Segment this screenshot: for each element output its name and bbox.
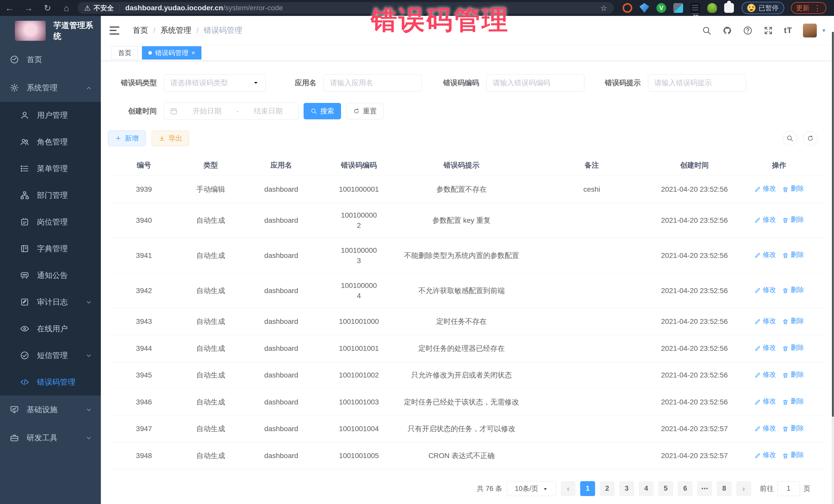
sidebar-item-dicts[interactable]: 字典管理: [0, 235, 101, 262]
edit-row-button[interactable]: 修改: [754, 285, 776, 295]
breadcrumb-home[interactable]: 首页: [133, 25, 148, 36]
pagination-prev-button[interactable]: ‹: [561, 481, 576, 496]
browser-refresh-icon[interactable]: ↻: [38, 3, 57, 13]
github-icon[interactable]: [722, 26, 732, 36]
browser-update-button[interactable]: 更新 ⋮: [791, 2, 826, 14]
fullscreen-icon[interactable]: [764, 26, 773, 36]
sidebar-item-home[interactable]: 首页: [0, 45, 101, 74]
delete-row-button[interactable]: 删除: [782, 342, 804, 353]
error-type-select[interactable]: 请选择错误码类型: [164, 74, 266, 92]
extensions-puzzle-icon[interactable]: [724, 3, 734, 13]
tag-home[interactable]: 首页: [112, 46, 138, 60]
extension-v-icon[interactable]: V: [656, 3, 666, 13]
pagination-page-3[interactable]: 3: [619, 481, 634, 496]
sidebar-item-users[interactable]: 用户管理: [0, 102, 101, 129]
create-time-range-picker[interactable]: 开始日期 - 结束日期: [164, 103, 299, 120]
extension-squares-icon[interactable]: [673, 3, 683, 13]
breadcrumb-system[interactable]: 系统管理: [160, 25, 191, 36]
page-scrollbar-track[interactable]: [832, 32, 834, 504]
delete-row-button[interactable]: 删除: [782, 316, 804, 326]
table-cell: 2021-04-20 23:52:57: [657, 442, 731, 469]
tag-error-code-active[interactable]: 错误码管理 ×: [142, 46, 201, 60]
edit-row-button[interactable]: 修改: [754, 342, 776, 353]
table-cell: dashboard: [241, 238, 321, 273]
table-cell: 只有开启状态的任务，才可以修改: [397, 415, 526, 442]
profile-paused-badge[interactable]: 已暂停: [742, 2, 784, 14]
page-size-select[interactable]: 10条/页: [507, 481, 556, 496]
tag-close-icon[interactable]: ×: [192, 50, 195, 56]
extension-gem-icon[interactable]: [639, 3, 649, 13]
delete-row-button[interactable]: 删除: [782, 396, 804, 406]
delete-row-button[interactable]: 删除: [782, 214, 804, 224]
sidebar-item-error-code[interactable]: 错误码管理: [0, 369, 101, 395]
search-button[interactable]: 搜索: [304, 103, 341, 119]
browser-home-icon[interactable]: ⌂: [57, 3, 76, 13]
delete-row-button[interactable]: 删除: [782, 249, 804, 260]
sidebar-item-system[interactable]: 系统管理: [0, 74, 101, 102]
edit-row-button[interactable]: 修改: [754, 396, 776, 406]
edit-row-button[interactable]: 修改: [754, 369, 776, 379]
goto-page-input[interactable]: [777, 481, 800, 496]
error-hint-input[interactable]: [648, 74, 746, 92]
pagination-page-4[interactable]: 4: [639, 481, 654, 496]
delete-row-button[interactable]: 删除: [782, 450, 804, 460]
pagination-ellipsis[interactable]: ⋯: [697, 481, 712, 496]
pagination-next-button[interactable]: ›: [736, 481, 751, 496]
edit-row-button[interactable]: 修改: [754, 249, 776, 260]
search-icon[interactable]: [702, 26, 711, 36]
browser-address-bar[interactable]: ⚠ 不安全 dashboard.yudao.iocoder.cn /system…: [78, 2, 614, 14]
extension-ring-icon[interactable]: [622, 3, 632, 13]
add-button[interactable]: 新增: [108, 131, 146, 146]
sidebar-item-online-users[interactable]: 在线用户: [0, 315, 101, 342]
pagination-page-8[interactable]: 8: [717, 481, 731, 496]
pagination-page-2[interactable]: 2: [600, 481, 615, 496]
table-cell: dashboard: [241, 308, 321, 335]
extension-switch-icon[interactable]: on: [690, 3, 700, 13]
sidebar-item-posts[interactable]: 岗位管理: [0, 209, 101, 235]
pagination-page-1[interactable]: 1: [580, 481, 595, 496]
delete-row-button[interactable]: 删除: [782, 183, 804, 194]
pagination-page-5[interactable]: 5: [658, 481, 673, 496]
edit-icon: [754, 398, 761, 404]
error-code-input[interactable]: [486, 74, 584, 92]
avatar-caret-down-icon[interactable]: ▾: [822, 27, 825, 34]
toggle-search-button[interactable]: [783, 131, 797, 146]
edit-row-button[interactable]: 修改: [754, 423, 776, 433]
sidebar-item-label: 首页: [27, 54, 42, 65]
refresh-table-button[interactable]: [803, 131, 817, 146]
sidebar-item-menus[interactable]: 菜单管理: [0, 155, 101, 182]
edit-row-button[interactable]: 修改: [754, 214, 776, 224]
help-question-icon[interactable]: [743, 26, 753, 36]
edit-row-button[interactable]: 修改: [754, 183, 776, 194]
reset-button[interactable]: 重置: [346, 103, 383, 119]
pagination-page-6[interactable]: 6: [678, 481, 693, 496]
user-avatar[interactable]: [803, 24, 817, 38]
delete-row-button[interactable]: 删除: [782, 285, 804, 295]
bookmark-star-icon[interactable]: ☆: [600, 4, 607, 13]
browser-forward-icon[interactable]: →: [19, 3, 38, 13]
font-size-icon[interactable]: tT: [784, 26, 792, 35]
table-cell: 3941: [108, 238, 180, 273]
sidebar-item-label: 菜单管理: [37, 163, 68, 174]
table-cell: 只允许修改为开启或者关闭状态: [397, 362, 526, 389]
delete-row-button[interactable]: 删除: [782, 369, 804, 379]
sidebar-item-infra[interactable]: 基础设施: [0, 395, 101, 424]
export-button[interactable]: 导出: [152, 131, 189, 146]
app-name-input[interactable]: [324, 74, 422, 92]
app-logo-row[interactable]: 芋道管理系统: [0, 16, 101, 45]
browser-menu-dots-icon[interactable]: ⋮: [813, 4, 821, 13]
trash-icon: [782, 216, 789, 222]
edit-row-button[interactable]: 修改: [754, 450, 776, 460]
sidebar-item-audit-log[interactable]: 审计日志: [0, 289, 101, 315]
sidebar-item-dev-tools[interactable]: 研发工具: [0, 424, 101, 452]
sidebar-item-roles[interactable]: 角色管理: [0, 129, 101, 155]
hamburger-icon[interactable]: [110, 26, 119, 35]
edit-row-button[interactable]: 修改: [754, 316, 776, 326]
extension-key-icon[interactable]: [707, 3, 717, 13]
sidebar-item-notice[interactable]: 通知公告: [0, 262, 101, 289]
sidebar-item-depts[interactable]: 部门管理: [0, 182, 101, 209]
page-scrollbar-thumb[interactable]: [832, 32, 834, 417]
browser-back-icon[interactable]: ←: [0, 3, 19, 13]
sidebar-item-sms[interactable]: 短信管理: [0, 342, 101, 369]
delete-row-button[interactable]: 删除: [782, 423, 804, 433]
